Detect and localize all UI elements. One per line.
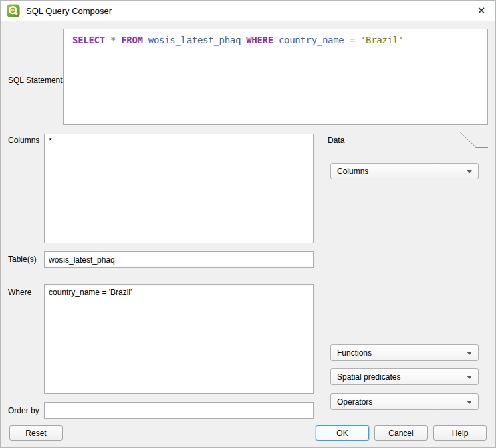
columns-editor[interactable]: * bbox=[44, 134, 314, 243]
sql-query-composer-dialog: SQL Query Composer ✕ SQL Statement SELEC… bbox=[0, 0, 496, 448]
chevron-down-icon bbox=[467, 376, 472, 379]
window-title: SQL Query Composer bbox=[26, 6, 471, 16]
where-label: Where bbox=[8, 288, 31, 297]
sql-statement-editor[interactable]: SELECT * FROM wosis_latest_phaq WHERE co… bbox=[63, 29, 488, 125]
spatial-predicates-dropdown-label: Spatial predicates bbox=[337, 372, 400, 382]
text-caret bbox=[132, 288, 132, 296]
operators-dropdown[interactable]: Operators bbox=[330, 393, 479, 410]
data-tab-label: Data bbox=[328, 136, 344, 145]
columns-label: Columns bbox=[8, 136, 39, 145]
columns-dropdown-label: Columns bbox=[337, 166, 368, 176]
spatial-predicates-dropdown[interactable]: Spatial predicates bbox=[330, 368, 479, 385]
group-divider bbox=[326, 336, 488, 336]
close-icon[interactable]: ✕ bbox=[471, 2, 491, 19]
functions-dropdown-label: Functions bbox=[337, 348, 372, 358]
chevron-down-icon bbox=[467, 352, 472, 355]
columns-dropdown[interactable]: Columns bbox=[330, 163, 479, 179]
tables-input[interactable] bbox=[44, 251, 314, 268]
tables-label: Table(s) bbox=[8, 255, 37, 264]
where-value: country_name = 'Brazil' bbox=[49, 288, 132, 297]
reset-button[interactable]: Reset bbox=[9, 425, 63, 441]
dialog-body: SQL Statement SELECT * FROM wosis_latest… bbox=[1, 21, 496, 448]
operators-dropdown-label: Operators bbox=[337, 397, 372, 407]
order-by-input[interactable] bbox=[44, 402, 314, 419]
sql-statement-label: SQL Statement bbox=[8, 76, 63, 85]
chevron-down-icon bbox=[467, 401, 472, 404]
functions-dropdown[interactable]: Functions bbox=[330, 344, 479, 361]
titlebar: SQL Query Composer ✕ bbox=[1, 1, 495, 21]
qgis-logo-icon bbox=[7, 4, 20, 17]
cancel-button[interactable]: Cancel bbox=[374, 425, 428, 441]
help-button[interactable]: Help bbox=[433, 425, 487, 441]
columns-value: * bbox=[49, 136, 52, 146]
chevron-down-icon bbox=[467, 170, 472, 173]
data-group-tab-outline bbox=[320, 130, 492, 150]
order-by-label: Order by bbox=[8, 406, 39, 415]
ok-button[interactable]: OK bbox=[316, 425, 369, 441]
where-editor[interactable]: country_name = 'Brazil' bbox=[44, 284, 314, 394]
